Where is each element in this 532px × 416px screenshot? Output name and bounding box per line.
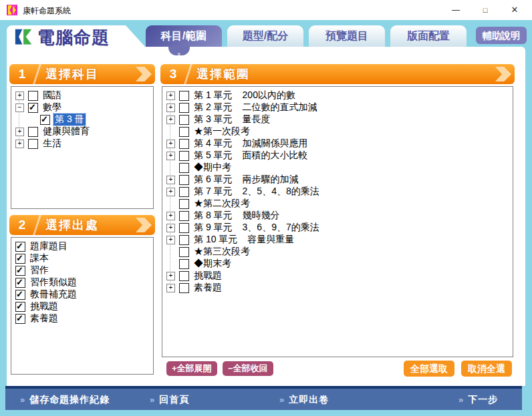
range-label[interactable]: 第 1 單元	[192, 89, 234, 101]
range-tree-row[interactable]: + 第 4 單元 加減關係與應用	[166, 138, 513, 150]
tab[interactable]: 科目/範圍	[146, 25, 222, 47]
expand-toggle-icon[interactable]: +	[166, 224, 175, 232]
expand-toggle-icon[interactable]: +	[15, 140, 24, 148]
expand-toggle-icon[interactable]: +	[166, 272, 175, 280]
minimize-button[interactable]: —	[441, 0, 471, 20]
source-checkbox[interactable]	[15, 290, 25, 300]
range-tree-row[interactable]: + 第 9 單元 3、6、9、7的乘法	[166, 222, 513, 234]
subject-tree-row[interactable]: − 數學	[15, 101, 153, 114]
range-label[interactable]: ★第二次段考	[192, 198, 251, 210]
source-label[interactable]: 教冊補充題	[29, 288, 78, 300]
range-label[interactable]: ★第一次段考	[192, 126, 251, 138]
source-checkbox[interactable]	[15, 302, 25, 312]
close-button[interactable]: ✕	[500, 0, 529, 20]
range-checkbox[interactable]	[179, 103, 189, 113]
subject-checkbox[interactable]	[28, 103, 38, 113]
tab[interactable]: 題型/配分	[227, 25, 303, 47]
range-tree-row[interactable]: + 第 6 單元 兩步驟的加減	[166, 174, 513, 186]
range-checkbox[interactable]	[179, 139, 189, 149]
footer-link[interactable]: »儲存命題操作紀錄	[20, 389, 110, 410]
source-list-row[interactable]: 挑戰題	[15, 300, 153, 313]
range-label[interactable]: 第 6 單元	[192, 174, 234, 186]
subject-checkbox[interactable]	[40, 115, 50, 125]
range-checkbox[interactable]	[179, 199, 189, 209]
source-checkbox[interactable]	[15, 278, 25, 288]
source-checkbox[interactable]	[15, 254, 25, 264]
range-checkbox[interactable]	[179, 259, 189, 269]
range-checkbox[interactable]	[179, 163, 189, 173]
deselect-all-button[interactable]: 取消全選	[461, 361, 512, 377]
source-label[interactable]: 習作	[29, 264, 50, 276]
source-list-row[interactable]: 教冊補充題	[15, 288, 153, 300]
range-label[interactable]: 第 10 單元	[192, 234, 239, 246]
subject-tree-row[interactable]: + 生活	[15, 138, 153, 150]
range-tree-row[interactable]: ★第一次段考	[166, 126, 513, 138]
expand-toggle-icon[interactable]: +	[166, 236, 175, 244]
subject-checkbox[interactable]	[28, 91, 38, 101]
footer-link[interactable]: »下一步	[458, 389, 498, 410]
expand-toggle-icon[interactable]: −	[15, 103, 24, 112]
select-all-button[interactable]: 全部選取	[404, 361, 454, 377]
range-checkbox[interactable]	[179, 127, 189, 137]
range-checkbox[interactable]	[179, 115, 189, 125]
range-checkbox[interactable]	[179, 283, 189, 293]
expand-toggle-icon[interactable]: +	[166, 212, 175, 220]
range-label[interactable]: 第 5 單元	[192, 150, 234, 162]
range-label[interactable]: 第 9 單元	[192, 222, 234, 234]
source-list-row[interactable]: 習作	[15, 264, 153, 276]
expand-toggle-icon[interactable]	[166, 200, 175, 208]
help-button[interactable]: 輔助說明	[476, 27, 527, 44]
expand-toggle-icon[interactable]: +	[166, 103, 175, 112]
range-label[interactable]: 第 7 單元	[192, 186, 234, 198]
range-tree-row[interactable]: + 素養題	[166, 282, 513, 294]
range-label[interactable]: 第 3 單元	[192, 114, 234, 126]
subject-label[interactable]: 數學	[41, 101, 63, 114]
range-tree-row[interactable]: + 第 3 單元 量長度	[166, 114, 513, 126]
subject-checkbox[interactable]	[28, 139, 38, 149]
range-label[interactable]: 第 8 單元	[192, 210, 234, 222]
range-checkbox[interactable]	[179, 151, 189, 161]
source-checkbox[interactable]	[15, 242, 25, 252]
source-label[interactable]: 素養題	[29, 313, 59, 325]
expand-toggle-icon[interactable]	[27, 116, 36, 124]
source-label[interactable]: 挑戰題	[29, 300, 59, 313]
expand-toggle-icon[interactable]	[166, 164, 175, 172]
expand-toggle-icon[interactable]: +	[166, 176, 175, 184]
expand-toggle-icon[interactable]: +	[15, 128, 24, 136]
range-checkbox[interactable]	[179, 235, 189, 245]
expand-all-button[interactable]: +全部展開	[166, 361, 217, 376]
expand-toggle-icon[interactable]: +	[166, 116, 175, 124]
range-checkbox[interactable]	[179, 271, 189, 281]
expand-toggle-icon[interactable]: +	[166, 284, 175, 292]
expand-toggle-icon[interactable]: +	[166, 152, 175, 160]
range-tree-row[interactable]: + 第 2 單元 二位數的直式加減	[166, 101, 513, 114]
range-label[interactable]: 素養題	[192, 282, 223, 294]
expand-toggle-icon[interactable]: +	[166, 91, 175, 100]
range-label[interactable]: 挑戰題	[192, 270, 223, 282]
range-label[interactable]: ★第三次段考	[192, 246, 251, 258]
tab[interactable]: 版面配置	[390, 25, 467, 47]
expand-toggle-icon[interactable]	[166, 260, 175, 268]
range-label[interactable]: 第 4 單元	[192, 138, 234, 150]
expand-toggle-icon[interactable]: +	[166, 188, 175, 196]
subject-label[interactable]: 生活	[41, 138, 63, 150]
expand-toggle-icon[interactable]	[166, 128, 175, 136]
expand-toggle-icon[interactable]: +	[166, 140, 175, 148]
range-tree-row[interactable]: ★第三次段考	[166, 246, 513, 258]
range-checkbox[interactable]	[179, 223, 189, 233]
footer-link[interactable]: »立即出卷	[279, 389, 329, 410]
source-label[interactable]: 課本	[29, 252, 50, 264]
expand-toggle-icon[interactable]	[166, 248, 175, 256]
subject-checkbox[interactable]	[28, 127, 38, 137]
range-checkbox[interactable]	[179, 211, 189, 221]
subject-tree-row[interactable]: + 健康與體育	[15, 126, 153, 138]
range-tree-row[interactable]: ◆期末考	[166, 258, 513, 270]
source-list-row[interactable]: 習作類似題	[15, 276, 153, 288]
range-tree-row[interactable]: + 第 8 單元 幾時幾分	[166, 210, 513, 222]
range-label[interactable]: ◆期中考	[192, 162, 233, 174]
footer-link[interactable]: »回首頁	[150, 389, 189, 410]
range-checkbox[interactable]	[179, 187, 189, 197]
tab[interactable]: 預覽題目	[309, 25, 385, 47]
range-label[interactable]: 第 2 單元	[192, 101, 234, 114]
subject-tree-row[interactable]: + 國語	[15, 89, 153, 101]
